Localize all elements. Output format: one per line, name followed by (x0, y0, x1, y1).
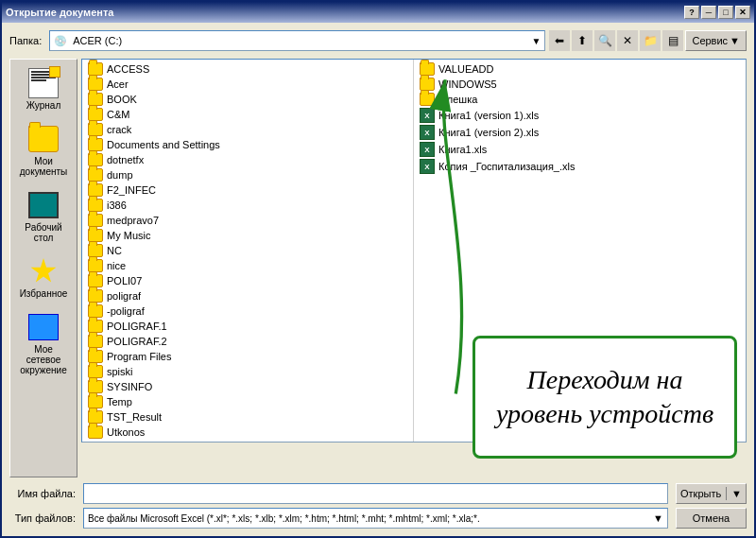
open-btn-label: Открыть (680, 488, 721, 499)
list-item[interactable]: Acer (84, 77, 411, 92)
list-item[interactable]: i386 (84, 198, 411, 213)
file-name: dotnetfx (107, 154, 144, 165)
list-item[interactable]: XКнига1 (version 1).xls (416, 107, 744, 124)
back-button[interactable]: ⬅ (549, 30, 570, 51)
open-button[interactable]: Открыть ▼ (676, 483, 747, 504)
folder-icon (420, 93, 435, 106)
list-item[interactable]: XКопия _Госпитализация_.xls (416, 158, 744, 175)
network-icon (28, 312, 59, 342)
close-button[interactable]: ✕ (735, 6, 750, 19)
help-button[interactable]: ? (684, 6, 699, 19)
folder-icon (88, 380, 103, 393)
list-item[interactable]: My Music (84, 228, 411, 243)
list-item[interactable]: VALUEADD (416, 61, 744, 77)
title-bar-buttons: ? ─ □ ✕ (684, 6, 750, 19)
list-item[interactable]: XКнига1 (version 2).xls (416, 124, 744, 141)
sidebar-item-journal[interactable]: Журнал (14, 63, 73, 115)
folder-icon (88, 425, 103, 439)
list-item[interactable]: F2_INFEC (84, 182, 411, 198)
folder-icon (88, 229, 103, 242)
list-item[interactable]: POLIGRAF.1 (84, 319, 411, 334)
fields-col: Имя файла: Тип файлов: Все файлы Microso… (9, 483, 668, 529)
list-item[interactable]: SYSINFO (84, 379, 411, 394)
filename-input[interactable] (83, 483, 668, 504)
new-folder-button[interactable]: 📁 (640, 30, 661, 51)
maximize-button[interactable]: □ (718, 6, 733, 19)
list-item[interactable]: C&M (84, 107, 411, 122)
delete-button[interactable]: ✕ (617, 30, 638, 51)
list-item[interactable]: Temp (84, 394, 411, 409)
folder-icon (88, 244, 103, 257)
file-name: -poligraf (107, 305, 145, 317)
title-bar-text: Открытие документа (6, 7, 113, 18)
file-list-left[interactable]: ACCESSAcerBOOKC&McrackDocuments and Sett… (82, 60, 414, 442)
list-item[interactable]: spiski (84, 364, 411, 379)
service-menu-button[interactable]: Сервис ▼ (685, 30, 747, 51)
file-name: Книга1 (version 1).xls (438, 110, 539, 121)
list-item[interactable]: Utkonos (84, 425, 411, 440)
main-area: Журнал Мои документы Рабочий стол (9, 59, 747, 477)
sidebar-item-favorites[interactable]: Избранное (14, 252, 73, 304)
sidebar-item-desktop-label: Рабочий стол (17, 222, 70, 243)
folder-icon (88, 395, 103, 408)
file-name: WINDOWS5 (438, 78, 497, 90)
list-item[interactable]: nice (84, 258, 411, 273)
list-item[interactable]: XКнига1.xls (416, 141, 744, 158)
list-item[interactable]: crack (84, 122, 411, 137)
folder-icon (88, 274, 103, 287)
service-label: Сервис (692, 35, 728, 46)
dialog-window: Открытие документа ? ─ □ ✕ Папка: 💿 ACER… (0, 0, 756, 538)
list-item[interactable]: WINDOWS5 (416, 77, 744, 92)
folder-icon (420, 62, 435, 76)
file-name: NC (107, 245, 122, 256)
cancel-btn-label: Отмена (693, 512, 730, 524)
filetype-label: Тип файлов: (9, 512, 76, 524)
list-item[interactable]: dump (84, 167, 411, 182)
list-item[interactable]: TST_Result (84, 409, 411, 425)
file-name: POLI07 (107, 275, 142, 286)
list-item[interactable]: medpravo7 (84, 213, 411, 228)
file-area-wrapper: ACCESSAcerBOOKC&McrackDocuments and Sett… (81, 59, 747, 477)
folder-icon (88, 93, 103, 106)
left-sidebar: Журнал Мои документы Рабочий стол (9, 59, 77, 477)
minimize-button[interactable]: ─ (701, 6, 716, 19)
file-list-right[interactable]: VALUEADDWINDOWS5флешкаXКнига1 (version 1… (414, 60, 746, 442)
path-combobox[interactable]: 💿 ACER (C:) ▼ (49, 30, 545, 51)
list-item[interactable]: poligraf (84, 288, 411, 304)
folder-icon (88, 320, 103, 333)
file-name: VALUEADD (438, 63, 493, 75)
list-item[interactable]: BOOK (84, 92, 411, 107)
list-item[interactable]: флешка (416, 92, 744, 107)
filetype-combobox[interactable]: Все файлы Microsoft Excel (*.xl*; *.xls;… (83, 508, 668, 529)
list-item[interactable]: POLIGRAF.2 (84, 334, 411, 349)
cancel-button[interactable]: Отмена (676, 508, 747, 529)
list-item[interactable]: ACCESS (84, 61, 411, 77)
sidebar-item-mydocs[interactable]: Мои документы (14, 119, 73, 182)
list-item[interactable]: dotnetfx (84, 152, 411, 167)
folder-label: Папка: (9, 35, 42, 46)
folder-search-button[interactable]: 🔍 (594, 30, 615, 51)
view-button[interactable]: ▤ (662, 30, 683, 51)
up-button[interactable]: ⬆ (572, 30, 593, 51)
folder-icon (88, 410, 103, 424)
folder-icon (88, 78, 103, 91)
excel-icon: X (420, 159, 435, 174)
list-item[interactable]: POLI07 (84, 273, 411, 288)
excel-icon: X (420, 125, 435, 140)
open-btn-arrow-icon: ▼ (731, 488, 742, 499)
service-arrow-icon: ▼ (730, 35, 740, 46)
sidebar-item-network[interactable]: Мое сетевое окружение (14, 307, 73, 380)
file-name: Acer (107, 78, 129, 90)
sidebar-item-favorites-label: Избранное (20, 288, 68, 299)
list-item[interactable]: Documents and Settings (84, 137, 411, 152)
sidebar-item-journal-label: Журнал (26, 100, 61, 111)
list-item[interactable]: -poligraf (84, 304, 411, 319)
desktop-icon (28, 190, 59, 220)
folder-icon (88, 153, 103, 166)
file-name: My Music (107, 230, 150, 241)
sidebar-item-desktop[interactable]: Рабочий стол (14, 185, 73, 248)
list-item[interactable]: NC (84, 243, 411, 258)
list-item[interactable]: Program Files (84, 349, 411, 364)
folder-icon (88, 365, 103, 378)
filetype-value: Все файлы Microsoft Excel (*.xl*; *.xls;… (88, 513, 480, 524)
